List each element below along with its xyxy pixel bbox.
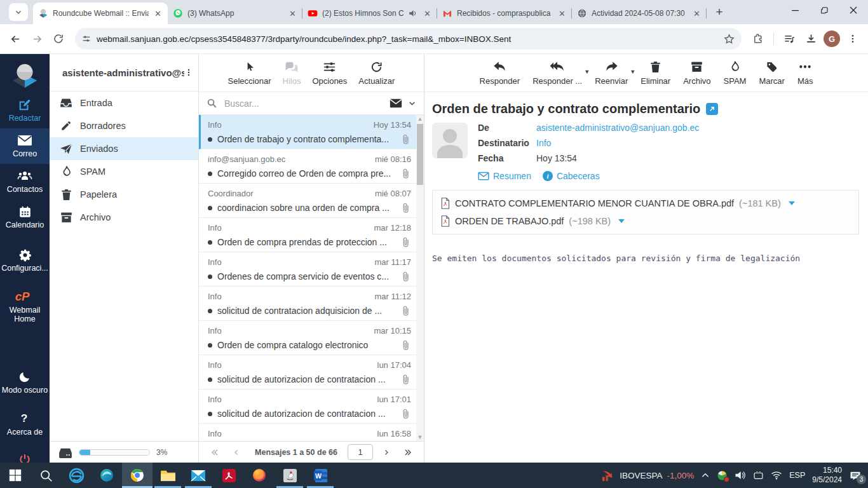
next-page-button[interactable]: [378, 448, 395, 457]
wifi-icon[interactable]: [771, 471, 782, 480]
folder-spam[interactable]: SPAM: [50, 160, 198, 183]
close-window-button[interactable]: [839, 0, 868, 20]
resumen-link[interactable]: Resumen: [478, 171, 531, 181]
eliminar-button[interactable]: Eliminar: [641, 60, 670, 86]
taskbar-explorer-button[interactable]: [153, 463, 183, 488]
page-number-input[interactable]: [348, 444, 373, 460]
message-row-7[interactable]: Info mar 10:15 Orden de compra catalogo …: [199, 321, 416, 355]
language-indicator[interactable]: ESP: [789, 471, 805, 480]
sidebar-item-acerca-de[interactable]: ? Acerca de: [0, 407, 50, 442]
message-row-3[interactable]: Coordinador mié 08:07 coordinacion sobre…: [199, 184, 416, 218]
first-page-button[interactable]: [207, 448, 223, 457]
taskbar-acrobat-button[interactable]: [214, 463, 244, 488]
taskbar-chrome-button[interactable]: [122, 463, 153, 488]
maximize-button[interactable]: [810, 0, 839, 20]
seleccionar-button[interactable]: Seleccionar: [228, 60, 271, 86]
tab-close-icon[interactable]: ✕: [423, 9, 432, 18]
message-row-10[interactable]: Info lun 16:58: [199, 424, 416, 441]
scrollbar-thumb[interactable]: [417, 124, 423, 185]
reload-button[interactable]: [50, 30, 67, 48]
folder-options-kebab-icon[interactable]: [184, 67, 193, 78]
message-row-5[interactable]: Info mar 11:17 Ordenes de compra servici…: [199, 252, 416, 287]
tab-close-icon[interactable]: ✕: [692, 9, 702, 18]
taskbar-mail-app-button[interactable]: [183, 463, 214, 488]
taskbar-start-button[interactable]: [0, 463, 31, 488]
stock-ticker-widget[interactable]: IBOVESPA -1,00%: [601, 469, 694, 482]
sidebar-item-configuraci[interactable]: Configuraci...: [0, 243, 50, 278]
action-center-button[interactable]: 3: [849, 470, 862, 481]
clock[interactable]: 15:40 9/5/2024: [812, 466, 842, 485]
tab-close-icon[interactable]: ✕: [557, 9, 567, 18]
tray-expand-chevron-icon[interactable]: [701, 471, 710, 479]
tab-search-button[interactable]: [9, 3, 28, 21]
attachment-menu-caret-icon[interactable]: [789, 201, 795, 205]
header-value[interactable]: Info: [536, 138, 551, 148]
folder-papelera[interactable]: Papelera: [50, 183, 198, 206]
dropdown-caret-icon[interactable]: ▼: [584, 69, 590, 75]
message-row-1[interactable]: Info Hoy 13:54 Orden de trabajo y contra…: [199, 115, 416, 149]
message-row-4[interactable]: Info mar 12:18 Orden de compra prendas d…: [199, 218, 416, 252]
downloads-button[interactable]: [802, 30, 820, 48]
browser-tab-2[interactable]: (3) WhatsApp ✕: [168, 3, 302, 24]
url-text[interactable]: webmail.sanjuan.gob.ec/cpsess3545848377/…: [97, 34, 718, 44]
taskbar-edge-button[interactable]: [92, 463, 122, 488]
last-page-button[interactable]: [400, 448, 416, 457]
folder-entrada[interactable]: Entrada: [50, 92, 198, 114]
site-info-icon[interactable]: [81, 34, 92, 44]
back-button[interactable]: [6, 30, 24, 48]
sidebar-item-webmail-home[interactable]: cP Webmail Home: [0, 285, 50, 329]
browser-tab-1[interactable]: Roundcube Webmail :: Envia ✕: [33, 3, 168, 24]
prev-page-button[interactable]: [228, 448, 245, 457]
attachment-name[interactable]: ORDEN DE TRABAJO.pdf: [455, 216, 564, 226]
reenviar-button[interactable]: Reenviar ▼: [595, 60, 628, 86]
taskbar-ie-button[interactable]: [61, 463, 92, 488]
browser-menu-button[interactable]: [844, 30, 862, 48]
más-button[interactable]: Más: [797, 60, 813, 86]
list-scrollbar[interactable]: ▲ ▼: [416, 115, 424, 441]
sidebar-item-correo[interactable]: Correo: [0, 128, 50, 164]
dropdown-caret-icon[interactable]: ▼: [630, 69, 635, 75]
spam-button[interactable]: SPAM: [724, 60, 747, 86]
browser-tab-3[interactable]: (2) Estos Himnos Son Co ✕: [302, 3, 437, 24]
actualizar-button[interactable]: Actualizar: [358, 60, 395, 86]
attachment-2[interactable]: ORDEN DE TRABAJO.pdf (~198 KB): [440, 212, 851, 230]
scroll-up-icon[interactable]: ▲: [416, 115, 424, 123]
sidebar-item-contactos[interactable]: Contactos: [0, 164, 50, 200]
search-scope-mail-icon[interactable]: [390, 98, 402, 108]
message-row-9[interactable]: Info lun 17:01 solicitud de autorizacion…: [199, 390, 416, 424]
sidebar-item-modo-oscuro[interactable]: Modo oscuro: [0, 365, 50, 400]
folder-enviados[interactable]: Enviados: [50, 137, 198, 160]
extensions-button[interactable]: [749, 30, 767, 48]
cabeceras-link[interactable]: i Cabeceras: [543, 171, 600, 181]
responder-button[interactable]: Responder: [480, 60, 520, 86]
opciones-button[interactable]: Opciones: [312, 60, 347, 86]
new-tab-button[interactable]: +: [710, 3, 728, 21]
folder-borradores[interactable]: Borradores: [50, 114, 198, 137]
responder-button[interactable]: Responder ... ▼: [532, 60, 582, 86]
address-bar[interactable]: webmail.sanjuan.gob.ec/cpsess3545848377/…: [75, 28, 742, 50]
taskbar-firefox-button[interactable]: [244, 463, 275, 488]
open-in-new-window-icon[interactable]: [706, 103, 718, 115]
playlist-button[interactable]: [780, 30, 798, 48]
search-options-chevron-icon[interactable]: [408, 99, 416, 107]
taskbar-word-button[interactable]: W: [305, 463, 336, 488]
bookmark-star-icon[interactable]: [723, 33, 735, 45]
browser-tab-5[interactable]: Actividad 2024-05-08 07:30 ✕: [572, 3, 707, 24]
message-row-8[interactable]: Info lun 17:04 solicitud de autorizacion…: [199, 355, 416, 390]
message-row-2[interactable]: info@sanjuan.gob.ec mié 08:16 Corregido …: [199, 149, 416, 184]
tab-close-icon[interactable]: ✕: [288, 9, 297, 18]
taskbar-taskbar-search-button[interactable]: [31, 463, 61, 488]
attachment-name[interactable]: CONTRATO COMPLEMENTARIO MENOR CUANTIA DE…: [455, 198, 734, 208]
browser-tab-4[interactable]: Recibidos - compraspublica ✕: [437, 3, 572, 24]
sidebar-item-redactar[interactable]: Redactar: [0, 93, 50, 128]
search-input[interactable]: [223, 98, 384, 109]
display-tray-icon[interactable]: [753, 471, 764, 480]
forward-button[interactable]: [28, 30, 46, 48]
archivo-button[interactable]: Archivo: [683, 60, 710, 86]
minimize-button[interactable]: [780, 0, 810, 20]
attachment-menu-caret-icon[interactable]: [618, 219, 625, 223]
volume-icon[interactable]: [735, 470, 746, 480]
scroll-down-icon[interactable]: ▼: [416, 433, 424, 441]
marcar-button[interactable]: Marcar: [759, 60, 784, 86]
attachment-1[interactable]: CONTRATO COMPLEMENTARIO MENOR CUANTIA DE…: [440, 194, 851, 212]
